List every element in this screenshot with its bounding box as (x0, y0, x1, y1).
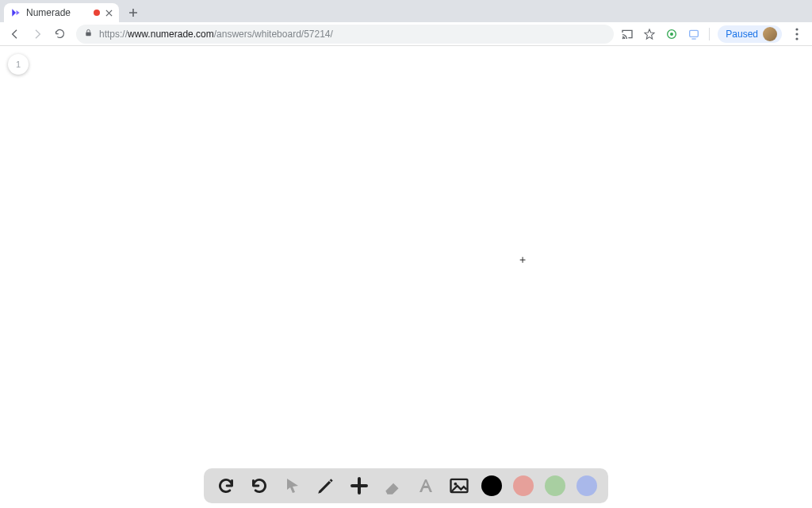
close-tab-button[interactable] (105, 9, 113, 17)
redo-button[interactable] (248, 475, 270, 497)
menu-dots-icon[interactable] (790, 27, 804, 41)
tab-strip: Numerade (0, 0, 812, 22)
text-tool[interactable] (415, 475, 437, 497)
avatar (763, 27, 777, 41)
address-bar[interactable]: https://www.numerade.com/answers/whitebo… (76, 25, 614, 44)
tab-title: Numerade (26, 7, 89, 18)
svg-point-5 (795, 28, 798, 30)
color-black[interactable] (481, 475, 502, 496)
image-tool[interactable] (448, 475, 470, 497)
back-button[interactable] (5, 24, 25, 44)
pointer-tool[interactable] (282, 475, 304, 497)
svg-point-1 (622, 37, 624, 39)
browser-toolbar: https://www.numerade.com/answers/whitebo… (0, 22, 812, 46)
reload-button[interactable] (49, 24, 70, 44)
extension-2-icon[interactable] (687, 27, 701, 41)
new-tab-button[interactable] (124, 3, 143, 22)
url-text: https://www.numerade.com/answers/whitebo… (99, 29, 333, 40)
whiteboard-page: 1 + (0, 46, 812, 508)
paused-label: Paused (726, 29, 758, 40)
browser-tab[interactable]: Numerade (4, 3, 119, 22)
slide-number-badge[interactable]: 1 (8, 54, 29, 75)
color-green[interactable] (545, 475, 565, 496)
crosshair-cursor-icon: + (519, 253, 526, 266)
forward-button[interactable] (27, 24, 48, 44)
cast-icon[interactable] (620, 27, 634, 41)
svg-point-7 (795, 37, 798, 40)
extension-1-icon[interactable] (665, 27, 679, 41)
color-blue[interactable] (576, 475, 597, 496)
whiteboard-toolbar (204, 468, 608, 503)
eraser-tool[interactable] (381, 475, 404, 497)
svg-point-3 (670, 33, 673, 36)
svg-rect-4 (690, 30, 699, 37)
svg-point-6 (795, 33, 798, 35)
undo-button[interactable] (215, 475, 237, 497)
lock-icon (84, 29, 93, 40)
separator (709, 28, 710, 40)
bookmark-star-icon[interactable] (642, 27, 657, 41)
pen-tool[interactable] (315, 475, 337, 497)
recording-indicator-icon (94, 10, 100, 16)
svg-point-9 (454, 483, 457, 486)
numerade-favicon (10, 7, 21, 18)
slide-number: 1 (16, 60, 21, 69)
toolbar-right: Paused (620, 25, 807, 43)
svg-rect-0 (86, 32, 90, 36)
profile-paused-pill[interactable]: Paused (718, 25, 782, 43)
add-tool[interactable] (348, 475, 370, 497)
color-red[interactable] (513, 475, 534, 496)
